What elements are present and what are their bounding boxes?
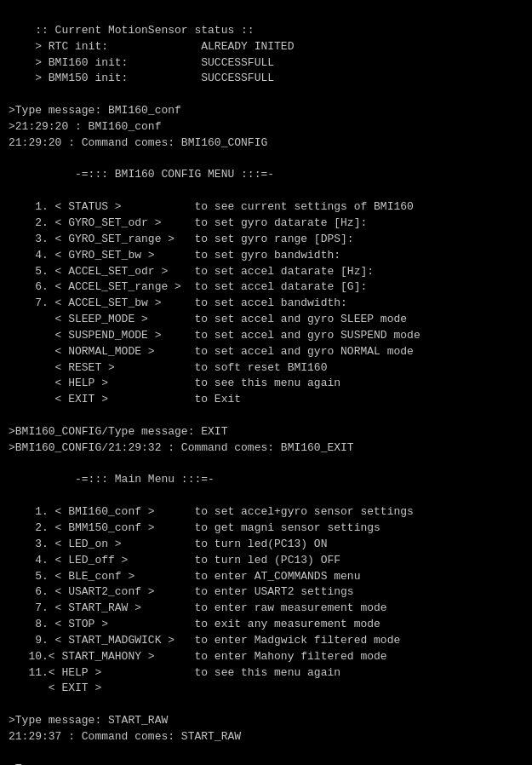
terminal-line: 21:29:37 : Command comes: START_RAW bbox=[9, 729, 523, 745]
terminal-line: 9. < START_MADGWICK > to enter Madgwick … bbox=[9, 633, 523, 649]
terminal-line: -=::: BMI160 CONFIG MENU :::=- bbox=[9, 167, 523, 183]
terminal-line: :: Current MotionSensor status :: bbox=[9, 23, 523, 39]
terminal-line: 21:29:20 : Command comes: BMI160_CONFIG bbox=[9, 135, 523, 152]
terminal-line: 1. < BMI160_conf > to set accel+gyro sen… bbox=[9, 504, 523, 521]
terminal-line bbox=[9, 183, 523, 199]
terminal-line: >BMI160_CONFIG/Type message: EXIT bbox=[9, 424, 523, 440]
terminal-line: 5. < ACCEL_SET_odr > to set accel datara… bbox=[9, 264, 523, 280]
terminal-line: >Type message: BMI160_conf bbox=[9, 103, 523, 119]
terminal-line: 4. < GYRO_SET_bw > to set gyro bandwidth… bbox=[9, 248, 523, 264]
terminal-line: 10.< START_MAHONY > to enter Mahony filt… bbox=[9, 649, 523, 665]
terminal-line bbox=[9, 745, 523, 762]
terminal-line: 7. < START_RAW > to enter raw measuremen… bbox=[9, 601, 523, 617]
terminal-line: >BMI160_CONFIG/21:29:32 : Command comes:… bbox=[9, 440, 523, 457]
terminal-line: < EXIT > to Exit bbox=[9, 392, 523, 408]
terminal-line: 8. < STOP > to exit any measurement mode bbox=[9, 617, 523, 633]
terminal-line: < SUSPEND_MODE > to set accel and gyro S… bbox=[9, 328, 523, 344]
terminal-line: 3. < LED_on > to turn led(PC13) ON bbox=[9, 537, 523, 553]
terminal-line: 6. < USART2_conf > to enter USART2 setti… bbox=[9, 584, 523, 601]
terminal-output: :: Current MotionSensor status :: > RTC … bbox=[9, 7, 523, 765]
terminal-line: < NORMAL_MODE > to set accel and gyro NO… bbox=[9, 344, 523, 360]
terminal-line: > BMI160 init: SUCCESSFULL bbox=[9, 55, 523, 72]
terminal-line bbox=[9, 408, 523, 424]
terminal-line: 3. < GYRO_SET_range > to set gyro range … bbox=[9, 232, 523, 248]
terminal-line bbox=[9, 697, 523, 713]
terminal-line: < SLEEP_MODE > to set accel and gyro SLE… bbox=[9, 312, 523, 328]
terminal-line: 4. < LED_off > to turn led (PC13) OFF bbox=[9, 553, 523, 569]
terminal-line: >21:29:20 : BMI160_conf bbox=[9, 119, 523, 135]
terminal-line: < HELP > to see this menu again bbox=[9, 376, 523, 392]
terminal-line: >Type message: START_RAW bbox=[9, 713, 523, 729]
terminal-line: -=::: Main Menu :::=- bbox=[9, 472, 523, 488]
terminal-line: >Type message: bbox=[9, 762, 523, 765]
terminal-line: < RESET > to soft reset BMI160 bbox=[9, 360, 523, 377]
terminal-line: > BMM150 init: SUCCESSFULL bbox=[9, 71, 523, 87]
terminal-line: > RTC init: ALREADY INITED bbox=[9, 39, 523, 55]
terminal-line: 6. < ACCEL_SET_range > to set accel data… bbox=[9, 279, 523, 296]
terminal-line: 1. < STATUS > to see current settings of… bbox=[9, 199, 523, 216]
terminal-line: 2. < BMM150_conf > to get magni sensor s… bbox=[9, 521, 523, 537]
terminal-line bbox=[9, 152, 523, 168]
terminal-line: 2. < GYRO_SET_odr > to set gyro datarate… bbox=[9, 216, 523, 232]
terminal-line: < EXIT > bbox=[9, 681, 523, 697]
terminal-line bbox=[9, 488, 523, 504]
terminal-line: 5. < BLE_conf > to enter AT_COMMANDS men… bbox=[9, 569, 523, 585]
terminal-line: 7. < ACCEL_SET_bw > to set accel bandwid… bbox=[9, 296, 523, 312]
terminal-line: 11.< HELP > to see this menu again bbox=[9, 665, 523, 682]
terminal-line bbox=[9, 87, 523, 103]
terminal-line bbox=[9, 457, 523, 473]
